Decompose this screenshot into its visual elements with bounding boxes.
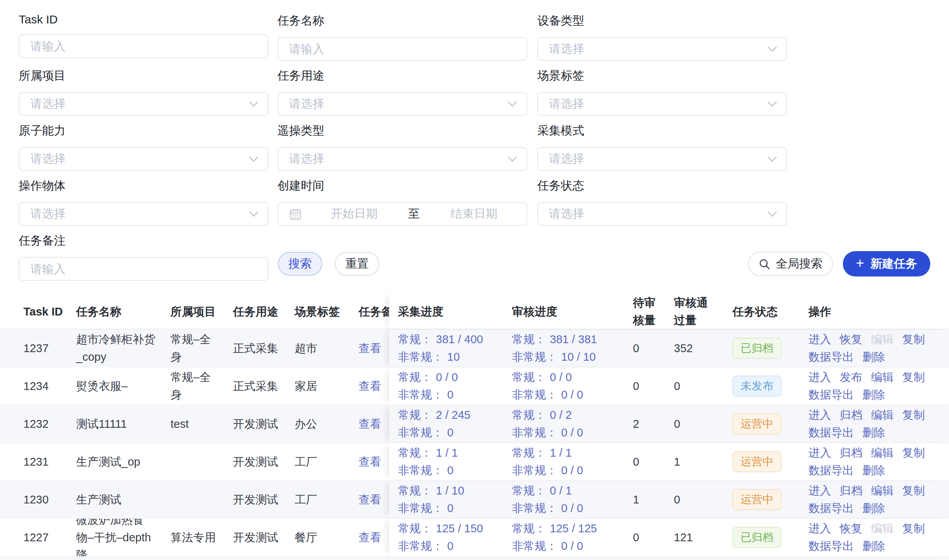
header-note: 任务备注 xyxy=(356,303,389,321)
cell-task-id: 1234 xyxy=(0,367,76,405)
cell-purpose: 开发测试 xyxy=(233,519,295,556)
delete-link[interactable]: 删除 xyxy=(862,500,885,517)
delete-link[interactable]: 删除 xyxy=(862,386,885,404)
copy-link[interactable]: 复制 xyxy=(902,520,925,537)
filter-scene-tag-label: 场景标签 xyxy=(537,68,787,84)
export-link[interactable]: 数据导出 xyxy=(809,424,854,441)
row-action2-link[interactable]: 恢复 xyxy=(840,520,862,537)
row-action2-link[interactable]: 归档 xyxy=(840,482,862,500)
table-row: 1234 熨烫衣服– 常规–全身 正式采集 家居 查看 常规：0 / 0 非常规… xyxy=(0,367,949,405)
cell-task-id: 1230 xyxy=(0,481,76,518)
table-row: 1232 测试11111 test 开发测试 办公 查看 常规：2 / 245 … xyxy=(0,405,949,443)
row-action2-link[interactable]: 发布 xyxy=(840,369,862,386)
chevron-down-icon xyxy=(508,156,517,162)
cell-status: 未发布 xyxy=(732,367,809,405)
export-link[interactable]: 数据导出 xyxy=(809,537,854,555)
export-link[interactable]: 数据导出 xyxy=(809,500,854,517)
enter-link[interactable]: 进入 xyxy=(809,406,831,424)
cell-status: 运营中 xyxy=(732,443,809,480)
row-action2-link[interactable]: 归档 xyxy=(840,406,862,424)
export-link[interactable]: 数据导出 xyxy=(809,386,854,404)
chevron-down-icon xyxy=(768,156,777,162)
purpose-select[interactable]: 请选择 xyxy=(277,92,527,116)
filter-scene-tag: 场景标签 请选择 xyxy=(537,68,787,116)
search-icon xyxy=(759,258,770,270)
row-action2-link[interactable]: 归档 xyxy=(840,444,862,462)
enter-link[interactable]: 进入 xyxy=(809,520,831,537)
filter-project-label: 所属项目 xyxy=(19,68,268,84)
cell-review-progress: 常规：0 / 0 非常规：0 / 0 xyxy=(512,367,633,405)
status-badge: 运营中 xyxy=(732,489,782,510)
device-type-select[interactable]: 请选择 xyxy=(537,37,787,61)
cell-review-progress: 常规：1 / 1 非常规：0 / 0 xyxy=(512,443,633,480)
filter-task-status: 任务状态 请选择 xyxy=(537,178,787,226)
global-search-button[interactable]: 全局搜索 xyxy=(748,252,833,276)
cell-collect-progress: 常规：1 / 10 非常规：0 xyxy=(389,481,512,518)
view-note-link[interactable]: 查看 xyxy=(359,377,389,395)
scene-tag-select[interactable]: 请选择 xyxy=(537,92,787,116)
export-link[interactable]: 数据导出 xyxy=(809,462,854,479)
cell-review-progress: 常规：381 / 381 非常规：10 / 10 xyxy=(512,330,633,367)
cell-passed-count: 0 xyxy=(674,367,732,405)
status-badge: 未发布 xyxy=(732,376,782,397)
task-id-input[interactable] xyxy=(20,35,268,57)
edit-link[interactable]: 编辑 xyxy=(871,444,894,462)
reset-button[interactable]: 重置 xyxy=(335,252,379,276)
enter-link[interactable]: 进入 xyxy=(809,444,831,462)
new-task-button[interactable]: + 新建任务 xyxy=(843,251,930,276)
cell-project xyxy=(171,481,233,518)
view-note-link[interactable]: 查看 xyxy=(359,415,389,433)
header-status: 任务状态 xyxy=(732,294,809,329)
cell-scene: 办公 xyxy=(295,405,356,443)
export-link[interactable]: 数据导出 xyxy=(809,348,854,366)
enter-link[interactable]: 进入 xyxy=(809,369,831,386)
view-note-link[interactable]: 查看 xyxy=(359,491,389,509)
status-badge: 已归档 xyxy=(732,527,782,548)
row-action2-link[interactable]: 恢复 xyxy=(840,331,862,348)
chevron-down-icon xyxy=(768,211,777,217)
view-note-link[interactable]: 查看 xyxy=(359,453,389,471)
view-note-link[interactable]: 查看 xyxy=(359,340,389,357)
filter-project: 所属项目 请选择 xyxy=(19,68,268,116)
status-badge: 运营中 xyxy=(732,413,782,434)
cell-passed-count: 121 xyxy=(674,519,732,556)
create-time-range-picker[interactable]: 开始日期 至 结束日期 xyxy=(277,202,527,226)
project-select[interactable]: 请选择 xyxy=(19,92,268,116)
cell-project: 算法专用 xyxy=(171,519,233,556)
teleop-type-select[interactable]: 请选择 xyxy=(277,147,527,171)
edit-link: 编辑 xyxy=(871,331,894,348)
operate-object-select[interactable]: 请选择 xyxy=(19,202,268,226)
enter-link[interactable]: 进入 xyxy=(809,482,831,500)
date-range-separator: 至 xyxy=(407,206,421,222)
cell-scene: 超市 xyxy=(295,330,356,367)
task-note-input[interactable] xyxy=(20,258,268,280)
copy-link[interactable]: 复制 xyxy=(902,369,925,386)
view-note-link[interactable]: 查看 xyxy=(359,529,389,546)
delete-link[interactable]: 删除 xyxy=(862,348,885,366)
delete-link[interactable]: 删除 xyxy=(862,424,885,441)
delete-link[interactable]: 删除 xyxy=(862,537,885,555)
copy-link[interactable]: 复制 xyxy=(902,331,925,348)
table-row: 1237 超市冷鲜柜补货_copy 常规–全身 正式采集 超市 查看 常规：38… xyxy=(0,330,949,367)
cell-project xyxy=(171,443,233,480)
enter-link[interactable]: 进入 xyxy=(809,331,831,348)
delete-link[interactable]: 删除 xyxy=(862,462,885,479)
copy-link[interactable]: 复制 xyxy=(902,482,925,500)
cell-actions: 进入 归档 编辑 复制 数据导出 删除 xyxy=(809,481,949,518)
edit-link[interactable]: 编辑 xyxy=(871,482,894,500)
cell-scene: 工厂 xyxy=(295,443,356,480)
task-name-input[interactable] xyxy=(278,38,526,60)
start-date-placeholder[interactable]: 开始日期 xyxy=(302,206,407,222)
cell-task-name: 微波炉加热食物–干扰–depth降... xyxy=(76,519,171,556)
cell-collect-progress: 常规：0 / 0 非常规：0 xyxy=(389,367,512,405)
collect-mode-select[interactable]: 请选择 xyxy=(537,147,787,171)
atomic-ability-select[interactable]: 请选择 xyxy=(19,147,268,171)
end-date-placeholder[interactable]: 结束日期 xyxy=(421,206,526,222)
copy-link[interactable]: 复制 xyxy=(902,406,925,424)
copy-link[interactable]: 复制 xyxy=(902,444,925,462)
search-button[interactable]: 搜索 xyxy=(278,252,322,276)
edit-link[interactable]: 编辑 xyxy=(871,369,894,386)
next-row-sliver xyxy=(0,556,949,560)
edit-link[interactable]: 编辑 xyxy=(871,406,894,424)
task-status-select[interactable]: 请选择 xyxy=(537,202,787,226)
